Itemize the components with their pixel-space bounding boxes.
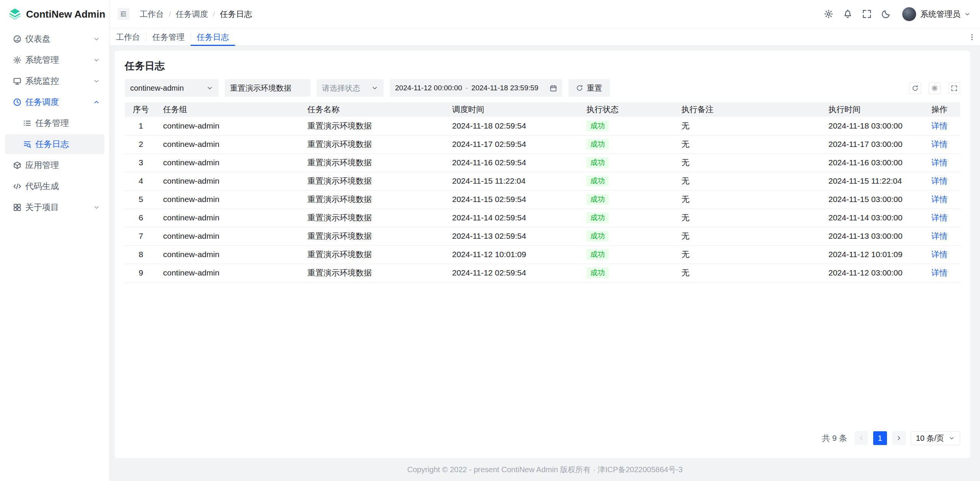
breadcrumb-separator: / [213, 10, 215, 18]
tab-more-button[interactable] [964, 28, 980, 46]
content-area: 任务日志 continew-admin 请选择状态 2024-11-12 00:… [110, 46, 980, 481]
cell-name: 重置演示环境数据 [301, 135, 446, 153]
cell-status: 成功 [580, 135, 675, 153]
status-badge: 成功 [586, 157, 609, 168]
notifications-bell-icon[interactable] [843, 9, 853, 19]
col-group: 任务组 [157, 102, 301, 117]
sidebar-item-code-generation[interactable]: 代码生成 [5, 176, 105, 196]
tab-task-management[interactable]: 任务管理 [146, 28, 191, 46]
tab-bar: 工作台 任务管理 任务日志 [110, 28, 980, 46]
pagination: 共 9 条 1 10 条/页 [822, 431, 960, 445]
cell-name: 重置演示环境数据 [301, 172, 446, 190]
detail-link[interactable]: 详情 [931, 140, 947, 148]
sidebar-item-task-management[interactable]: 任务管理 [5, 113, 105, 133]
code-icon [13, 182, 21, 191]
status-select[interactable]: 请选择状态 [317, 79, 384, 97]
cell-name: 重置演示环境数据 [301, 190, 446, 209]
cell-remark: 无 [675, 209, 822, 227]
prev-page-button[interactable] [854, 431, 868, 445]
reset-button[interactable]: 重置 [568, 79, 610, 97]
detail-link[interactable]: 详情 [931, 268, 947, 277]
cell-actions: 详情 [919, 135, 960, 153]
chevron-up-icon [93, 99, 100, 106]
cell-status: 成功 [580, 209, 675, 227]
cell-status: 成功 [580, 264, 675, 282]
status-badge: 成功 [586, 194, 609, 205]
date-range-picker[interactable]: 2024-11-12 00:00:00 - 2024-11-18 23:59:5… [390, 79, 562, 97]
gear-icon [931, 85, 938, 91]
breadcrumb-item[interactable]: 工作台 [140, 9, 164, 20]
sidebar-item-system-management[interactable]: 系统管理 [5, 50, 105, 70]
cell-status: 成功 [580, 117, 675, 135]
breadcrumb-item-current: 任务日志 [220, 9, 252, 20]
cell-status: 成功 [580, 190, 675, 209]
cell-remark: 无 [675, 172, 822, 190]
task-group-select-value: continew-admin [130, 84, 184, 93]
fullscreen-icon[interactable] [862, 9, 872, 19]
refresh-icon [912, 85, 918, 91]
table-row: 2 continew-admin 重置演示环境数据 2024-11-17 02:… [125, 135, 960, 153]
task-log-card: 任务日志 continew-admin 请选择状态 2024-11-12 00:… [115, 51, 970, 458]
detail-link[interactable]: 详情 [931, 195, 947, 204]
page-1-button[interactable]: 1 [873, 431, 887, 445]
sidebar-item-task-schedule[interactable]: 任务调度 [5, 92, 105, 112]
cell-actions: 详情 [919, 153, 960, 172]
refresh-table-button[interactable] [909, 82, 921, 94]
tab-task-log[interactable]: 任务日志 [191, 28, 235, 46]
grid-icon [13, 203, 21, 212]
col-index: 序号 [125, 102, 157, 117]
chevron-down-icon [93, 78, 100, 85]
page-size-select[interactable]: 10 条/页 [911, 431, 960, 445]
tab-label: 任务日志 [197, 32, 229, 42]
cell-index: 2 [125, 135, 157, 153]
user-menu[interactable]: 系统管理员 [902, 7, 970, 21]
reset-button-label: 重置 [587, 83, 602, 93]
cell-index: 7 [125, 227, 157, 245]
footer: Copyright © 2022 - present ContiNew Admi… [110, 458, 980, 481]
detail-link[interactable]: 详情 [931, 176, 947, 185]
table-row: 1 continew-admin 重置演示环境数据 2024-11-18 02:… [125, 117, 960, 135]
cell-status: 成功 [580, 172, 675, 190]
status-badge: 成功 [586, 267, 609, 278]
cell-exec-time: 2024-11-17 03:00:00 [822, 135, 919, 153]
cell-schedule-time: 2024-11-15 02:59:54 [446, 190, 580, 209]
cell-schedule-time: 2024-11-14 02:59:54 [446, 209, 580, 227]
sidebar-item-task-log[interactable]: 任务日志 [5, 134, 105, 154]
sidebar-item-label: 任务管理 [35, 117, 100, 129]
cell-group: continew-admin [157, 209, 301, 227]
tab-workbench[interactable]: 工作台 [110, 28, 146, 46]
table-row: 9 continew-admin 重置演示环境数据 2024-11-12 02:… [125, 264, 960, 282]
menu-collapse-button[interactable] [118, 8, 129, 20]
sidebar-item-dashboard[interactable]: 仪表盘 [5, 29, 105, 49]
cell-group: continew-admin [157, 172, 301, 190]
sidebar-item-label: 任务日志 [35, 139, 100, 150]
status-badge: 成功 [586, 249, 609, 260]
task-group-select[interactable]: continew-admin [125, 79, 219, 97]
sidebar-item-about-project[interactable]: 关于项目 [5, 197, 105, 217]
cell-exec-time: 2024-11-14 03:00:00 [822, 209, 919, 227]
chevron-down-icon [371, 85, 378, 91]
detail-link[interactable]: 详情 [931, 121, 947, 130]
next-page-button[interactable] [892, 431, 906, 445]
dark-mode-moon-icon[interactable] [881, 9, 891, 19]
sidebar-item-label: 应用管理 [25, 160, 100, 171]
detail-link[interactable]: 详情 [931, 158, 947, 167]
cell-index: 1 [125, 117, 157, 135]
cell-status: 成功 [580, 153, 675, 172]
table-fullscreen-button[interactable] [948, 82, 960, 94]
detail-link[interactable]: 详情 [931, 250, 947, 259]
app-logo[interactable]: ContiNew Admin [0, 0, 109, 28]
settings-icon[interactable] [824, 9, 833, 19]
task-name-input[interactable] [225, 79, 310, 97]
cell-exec-time: 2024-11-15 11:22:04 [822, 172, 919, 190]
detail-link[interactable]: 详情 [931, 232, 947, 240]
sidebar-item-system-monitor[interactable]: 系统监控 [5, 71, 105, 91]
detail-link[interactable]: 详情 [931, 213, 947, 222]
column-settings-button[interactable] [929, 82, 941, 94]
status-badge: 成功 [586, 139, 609, 150]
logo-icon [8, 8, 21, 21]
date-end-value: 2024-11-18 23:59:59 [471, 84, 538, 92]
cell-name: 重置演示环境数据 [301, 245, 446, 264]
sidebar-item-app-management[interactable]: 应用管理 [5, 155, 105, 175]
breadcrumb-item[interactable]: 任务调度 [176, 9, 208, 20]
